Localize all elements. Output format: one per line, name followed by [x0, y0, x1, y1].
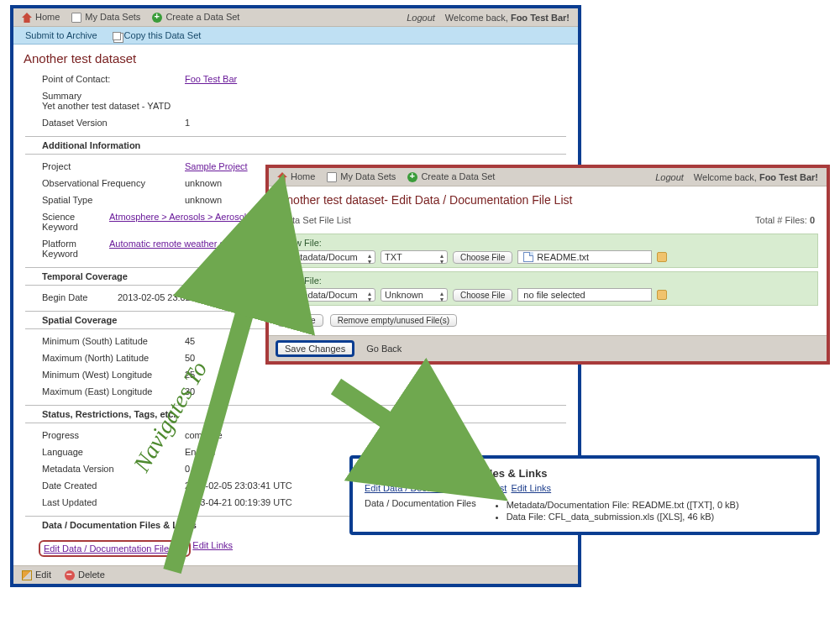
status-head: Status, Restrictions, Tags, etc.: [25, 405, 566, 423]
edit-filelist-highlight: Edit Data / Documentation File List: [39, 540, 191, 557]
nav-my-datasets[interactable]: My Data Sets: [71, 12, 140, 23]
nav-home[interactable]: Home: [22, 12, 60, 23]
files-result-panel: Data / Documentation Files & Links Edit …: [349, 455, 820, 535]
home-icon: [22, 13, 32, 23]
begin-label: Begin Date: [42, 292, 118, 302]
new-file-label-1: New File:: [283, 238, 812, 248]
poc-label: Point of Contact:: [42, 74, 185, 84]
dataset-title: Another test dataset: [13, 45, 578, 69]
page-icon: [71, 13, 81, 23]
files-list: Metadata/Documentation File: README.txt …: [491, 498, 739, 523]
spatialtype-label: Spatial Type: [42, 195, 185, 205]
obsfreq-label: Observational Frequency: [42, 178, 185, 188]
remove-file-icon-2[interactable]: [657, 290, 667, 300]
summary-label: Summary: [42, 91, 185, 101]
new-file-row-2: New File: Metadata/Docum Unknown Choose …: [277, 271, 818, 306]
edit-filelist-panel: Home My Data Sets Create a Data Set Logo…: [265, 165, 830, 365]
nav-create-dataset[interactable]: Create a Data Set: [152, 12, 239, 23]
files-label: Data / Documentation Files: [365, 498, 476, 508]
result-head: Data / Documentation Files & Links: [365, 467, 805, 480]
file-actions: Add File Remove empty/unused File(s): [269, 309, 827, 335]
copy-dataset[interactable]: Copy this Data Set: [113, 30, 202, 40]
top-toolbar: Home My Data Sets Create a Data Set Logo…: [13, 8, 578, 27]
remove-file-icon-1[interactable]: [657, 252, 667, 262]
filelist-header: Data Set File List Total # Files: 0: [269, 210, 827, 230]
action-subbar: Submit to Archive Copy this Data Set: [13, 27, 578, 45]
maxlon-value: 30: [185, 386, 566, 396]
nav-my-datasets-2[interactable]: My Data Sets: [327, 171, 396, 182]
list-item: Data File: CFL_data_submission.xls ([XLS…: [507, 512, 739, 522]
nav-create-dataset-2[interactable]: Create a Data Set: [407, 171, 495, 182]
save-bar: Save Changes Go Back: [269, 335, 827, 361]
type-select-1[interactable]: TXT: [381, 250, 448, 264]
page-icon: [327, 172, 337, 182]
file-icon: [523, 252, 533, 262]
lang-label: Language: [42, 447, 185, 457]
go-back-link[interactable]: Go Back: [366, 344, 402, 354]
add-file-button[interactable]: Add File: [277, 314, 323, 327]
copy-icon: [113, 32, 121, 40]
plus-icon: [152, 13, 162, 23]
save-changes-button[interactable]: Save Changes: [276, 340, 354, 357]
scikw-label: Science Keyword: [42, 212, 109, 232]
version-label: Dataset Version: [42, 118, 185, 128]
remove-unused-button[interactable]: Remove empty/unused File(s): [330, 314, 457, 327]
welcome-text-2: Welcome back, Foo Test Bar!: [694, 172, 818, 182]
welcome-text: Welcome back, Foo Test Bar!: [445, 13, 570, 23]
edit-page-title: Another test dataset- Edit Data / Docume…: [269, 186, 827, 210]
total-files: Total # Files: 0: [755, 215, 815, 225]
edit-button[interactable]: Edit: [22, 570, 51, 580]
result-edit-links-link[interactable]: Edit Links: [511, 483, 551, 493]
updated-label: Last Updated: [42, 497, 185, 507]
nav-logout[interactable]: Logout: [407, 13, 435, 23]
additional-info-head: Additional Information: [25, 136, 566, 155]
poc-link[interactable]: Foo Test Bar: [185, 74, 237, 84]
result-edit-filelist-link[interactable]: Edit Data / Documentation File List: [365, 483, 507, 493]
file-name-1[interactable]: README.txt: [517, 250, 652, 264]
platkw-link[interactable]: Automatic remote weather station: [109, 239, 247, 249]
new-file-label-2: New File:: [283, 276, 812, 286]
detail-footer: Edit Delete: [13, 565, 578, 584]
project-link[interactable]: Sample Project: [185, 161, 248, 171]
submit-to-archive[interactable]: Submit to Archive: [25, 30, 97, 40]
filelist-head-label: Data Set File List: [281, 215, 351, 225]
edit-toolbar: Home My Data Sets Create a Data Set Logo…: [269, 168, 827, 186]
project-label: Project: [42, 161, 185, 171]
minlon-label: Minimum (West) Longitude: [42, 370, 185, 380]
category-select-1[interactable]: Metadata/Docum: [283, 250, 375, 264]
edit-filelist-link[interactable]: Edit Data / Documentation File List: [44, 543, 186, 554]
new-file-row-1: New File: Metadata/Docum TXT Choose File…: [277, 234, 818, 268]
mver-label: Metadata Version: [42, 464, 185, 474]
maxlon-label: Maximum (East) Longitude: [42, 386, 185, 396]
choose-file-1[interactable]: Choose File: [453, 251, 512, 264]
file-name-2[interactable]: no file selected: [517, 288, 652, 302]
created-label: Date Created: [42, 480, 185, 491]
choose-file-2[interactable]: Choose File: [453, 289, 512, 302]
platkw-label: Platform Keyword: [42, 239, 109, 259]
home-icon: [277, 172, 287, 182]
type-select-2[interactable]: Unknown: [381, 288, 448, 302]
nav-logout-2[interactable]: Logout: [655, 172, 684, 182]
progress-label: Progress: [42, 430, 185, 440]
minlat-label: Minimum (South) Latitude: [42, 336, 185, 346]
version-value: 1: [185, 118, 566, 128]
maxlat-label: Maximum (North) Latitude: [42, 353, 185, 363]
list-item: Metadata/Documentation File: README.txt …: [507, 500, 739, 510]
pencil-icon: [22, 570, 32, 580]
minlon-value: 25: [185, 370, 566, 380]
edit-links-link[interactable]: Edit Links: [192, 540, 233, 557]
plus-icon: [407, 172, 417, 182]
delete-button[interactable]: Delete: [65, 570, 105, 580]
category-select-2[interactable]: Metadata/Docum: [283, 288, 375, 302]
delete-icon: [65, 570, 75, 580]
summary-value: Yet another test dataset - YATD: [42, 101, 566, 111]
nav-home-2[interactable]: Home: [277, 171, 315, 182]
progress-value: complete: [185, 430, 566, 440]
